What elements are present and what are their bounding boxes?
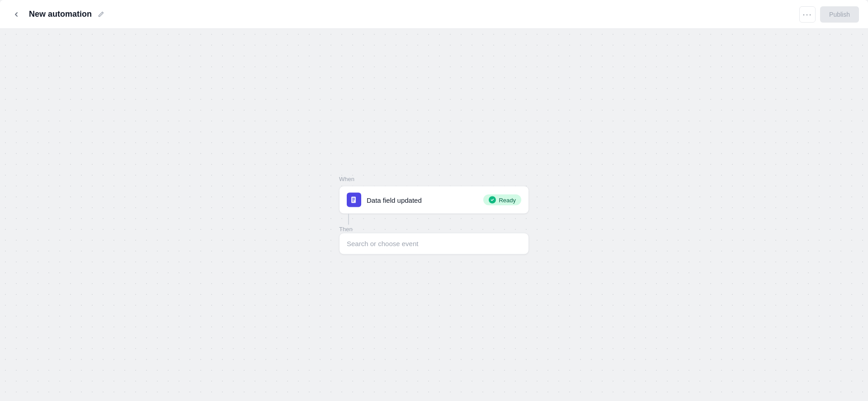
ready-check-icon (489, 196, 496, 204)
svg-rect-1 (352, 198, 355, 199)
back-button[interactable] (9, 7, 24, 22)
header-right: ··· Publish (799, 6, 859, 23)
trigger-icon (347, 193, 361, 207)
header-left: New automation (9, 7, 104, 22)
edit-icon[interactable] (97, 11, 104, 18)
publish-button[interactable]: Publish (820, 6, 859, 23)
ready-badge: Ready (483, 195, 521, 205)
when-label: When (339, 176, 354, 182)
canvas: When Data field updated (0, 29, 868, 401)
ready-label: Ready (499, 196, 516, 203)
svg-rect-2 (352, 200, 355, 200)
search-event-placeholder: Search or choose event (347, 240, 418, 247)
app-container: New automation ··· Publish When (0, 0, 868, 401)
header: New automation ··· Publish (0, 0, 868, 29)
then-section: Then Search or choose event (339, 225, 529, 255)
ellipsis-icon: ··· (803, 10, 812, 19)
trigger-card[interactable]: Data field updated Ready (339, 186, 529, 214)
connector-line (348, 214, 349, 225)
action-card[interactable]: Search or choose event (339, 233, 529, 255)
trigger-name: Data field updated (367, 196, 422, 204)
more-options-button[interactable]: ··· (799, 6, 816, 23)
page-title: New automation (29, 9, 92, 19)
trigger-card-left: Data field updated (347, 193, 422, 207)
svg-rect-3 (352, 201, 354, 202)
chevron-left-icon (13, 11, 20, 18)
then-label: Then (339, 226, 353, 233)
flow-container: When Data field updated (339, 176, 529, 255)
